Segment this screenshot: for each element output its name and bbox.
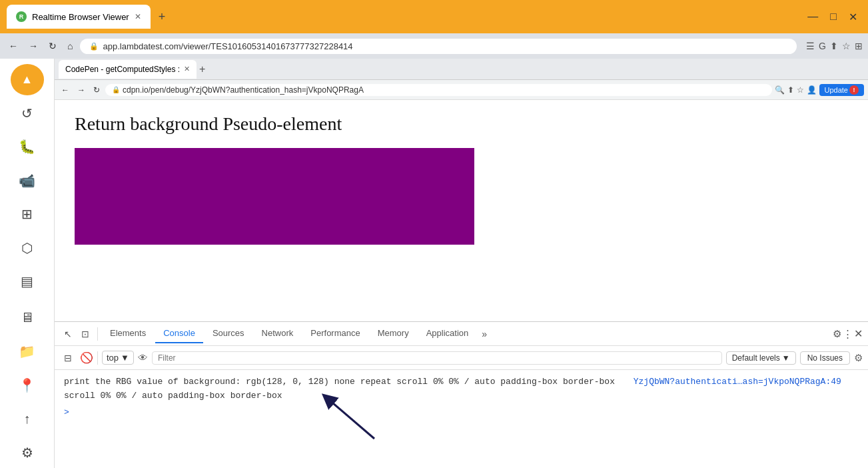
window-minimize-button[interactable]: — (803, 9, 822, 24)
star-icon[interactable]: ☆ (842, 41, 851, 51)
bookmark-icon[interactable]: ☰ (806, 41, 815, 51)
reload-button[interactable]: ↻ (45, 39, 60, 53)
svg-line-1 (328, 399, 374, 439)
console-filter-input[interactable] (152, 351, 722, 365)
forward-button[interactable]: → (25, 39, 41, 53)
console-line-2: scroll 0% 0% / auto padding-box border-b… (64, 389, 859, 403)
console-line-1: print the RBG value of background: rgb(1… (64, 375, 859, 389)
devtools-more-tabs-button[interactable]: » (478, 326, 491, 342)
sidebar-folder-button[interactable]: 📁 (11, 336, 44, 367)
devtools-panel: ↖ ⊡ Elements Console Sources Network Per… (55, 321, 868, 468)
inner-address-field[interactable]: 🔒 cdpn.io/pen/debug/YzjQbWN?authenticati… (105, 84, 772, 96)
devtools-cursor-icon[interactable]: ↖ (60, 326, 76, 342)
browser-tab-active[interactable]: R Realtime Browser Viewer ✕ (7, 5, 151, 29)
console-source-link[interactable]: YzjQbWN?authenticati…ash=jVkpoNQPRagA:49 (634, 377, 841, 387)
sidebar-monitor-button[interactable]: 🖥 (11, 303, 44, 334)
tab-divider (97, 327, 98, 341)
window-close-button[interactable]: ✕ (845, 9, 861, 25)
tab-title: Realtime Browser Viewer (32, 12, 129, 22)
back-button[interactable]: ← (5, 39, 21, 53)
sidebar-refresh-button[interactable]: ↺ (11, 98, 44, 129)
devtools-tab-network[interactable]: Network (254, 324, 302, 343)
sidebar-settings-button[interactable]: ⚙ (11, 437, 44, 469)
update-warning-badge: ! (849, 85, 859, 95)
window-maximize-button[interactable]: □ (826, 9, 841, 24)
address-bar-row: ← → ↻ ⌂ 🔒 app.lambdatest.com/viewer/TES1… (0, 33, 868, 59)
page-title: Return background Pseudo-element (75, 113, 848, 135)
inner-update-label: Update (825, 86, 848, 94)
console-settings-button[interactable]: ⚙ (854, 352, 863, 364)
devtools-tab-application[interactable]: Application (418, 324, 477, 343)
sidebar-bug-button[interactable]: 🐛 (11, 131, 44, 163)
tab-close-button[interactable]: ✕ (135, 12, 141, 21)
console-output: print the RBG value of background: rgb(1… (55, 370, 868, 468)
devtools-tab-memory[interactable]: Memory (370, 324, 417, 343)
default-levels-label: Default levels (732, 353, 780, 363)
inner-zoom-icon[interactable]: 🔍 (775, 85, 785, 95)
devtools-menu-icon[interactable]: ⋮ (843, 328, 853, 340)
console-clear-button[interactable]: 🚫 (80, 351, 93, 364)
devtools-tab-console[interactable]: Console (155, 324, 203, 343)
main-layout: ▲ ↺ 🐛 📹 ⊞ ⬡ ▤ 🖥 📁 📍 ↑ ⚙ CodePen - getCom… (0, 59, 868, 468)
tab-bar: R Realtime Browser Viewer ✕ + (7, 5, 798, 29)
purple-box (75, 148, 474, 245)
devtools-settings-icon[interactable]: ⚙ (833, 328, 841, 340)
devtools-tab-performance[interactable]: Performance (302, 324, 368, 343)
inner-tab-title: CodePen - getComputedStyles : (65, 65, 180, 74)
inner-tab-close-button[interactable]: ✕ (184, 65, 190, 73)
inner-back-button[interactable]: ← (59, 85, 72, 95)
sidebar-up-button[interactable]: ▲ (11, 64, 44, 95)
sidebar-upload-button[interactable]: ↑ (11, 403, 44, 435)
address-field[interactable]: 🔒 app.lambdatest.com/viewer/TES101605314… (80, 39, 797, 54)
console-prompt[interactable]: > (64, 407, 859, 417)
sidebar-pin-button[interactable]: 📍 (11, 370, 44, 401)
inner-tab-bar: CodePen - getComputedStyles : ✕ + (55, 59, 868, 80)
inner-lock-icon: 🔒 (112, 86, 120, 93)
page-content: Return background Pseudo-element (55, 100, 868, 321)
inner-profile-icon[interactable]: 👤 (807, 85, 817, 95)
levels-dropdown-icon: ▼ (782, 353, 790, 363)
no-issues-button[interactable]: No Issues (800, 351, 850, 365)
inner-new-tab-button[interactable]: + (199, 63, 205, 75)
inner-address-bar: ← → ↻ 🔒 cdpn.io/pen/debug/YzjQbWN?authen… (55, 80, 868, 100)
extension-icon[interactable]: ⊞ (855, 41, 863, 51)
devtools-device-icon[interactable]: ⊡ (77, 326, 93, 342)
sidebar-layers-button[interactable]: ▤ (11, 266, 44, 297)
console-output-text-2: scroll 0% 0% / auto padding-box border-b… (64, 391, 282, 401)
devtools-tab-sources[interactable]: Sources (205, 324, 252, 343)
context-dropdown-icon: ▼ (121, 353, 129, 363)
toolbar-divider (97, 351, 98, 365)
home-button[interactable]: ⌂ (64, 39, 76, 53)
address-text: app.lambdatest.com/viewer/TES10160531401… (103, 41, 352, 51)
sidebar: ▲ ↺ 🐛 📹 ⊞ ⬡ ▤ 🖥 📁 📍 ↑ ⚙ (0, 59, 55, 468)
devtools-tab-bar: ↖ ⊡ Elements Console Sources Network Per… (55, 322, 868, 346)
sidebar-hex-button[interactable]: ⬡ (11, 233, 44, 264)
sidebar-video-button[interactable]: 📹 (11, 165, 44, 197)
no-issues-label: No Issues (807, 353, 843, 363)
inner-address-icons: 🔍 ⬆ ☆ 👤 Update ! (775, 84, 864, 96)
lock-icon: 🔒 (89, 42, 99, 51)
browser-window-controls: — □ ✕ (803, 9, 861, 25)
inner-star-icon[interactable]: ☆ (797, 85, 804, 95)
inner-cast-icon[interactable]: ⬆ (787, 85, 794, 95)
inner-browser: CodePen - getComputedStyles : ✕ + ← → ↻ … (55, 59, 868, 468)
sidebar-grid-button[interactable]: ⊞ (11, 199, 44, 230)
console-eye-button[interactable]: 👁 (138, 352, 148, 363)
inner-browser-tab[interactable]: CodePen - getComputedStyles : ✕ (59, 60, 197, 79)
browser-chrome: R Realtime Browser Viewer ✕ + — □ ✕ (0, 0, 868, 33)
console-output-text-1: print the RBG value of background: rgb(1… (64, 377, 615, 387)
inner-forward-button[interactable]: → (75, 85, 88, 95)
profile-icon[interactable]: G (819, 41, 826, 51)
share-icon[interactable]: ⬆ (830, 41, 838, 51)
devtools-close-button[interactable]: ✕ (854, 327, 863, 340)
inner-reload-button[interactable]: ↻ (91, 85, 103, 95)
inner-update-button[interactable]: Update ! (819, 84, 864, 96)
context-label: top (107, 353, 119, 363)
devtools-tab-elements[interactable]: Elements (102, 324, 154, 343)
address-right-icons: ☰ G ⬆ ☆ ⊞ (806, 41, 863, 51)
console-toolbar: ⊟ 🚫 top ▼ 👁 Default levels ▼ No Issues ⚙ (55, 346, 868, 370)
context-selector[interactable]: top ▼ (102, 351, 134, 365)
new-tab-button[interactable]: + (153, 7, 171, 27)
default-levels-button[interactable]: Default levels ▼ (726, 351, 796, 365)
console-sidebar-toggle[interactable]: ⊟ (60, 351, 76, 365)
